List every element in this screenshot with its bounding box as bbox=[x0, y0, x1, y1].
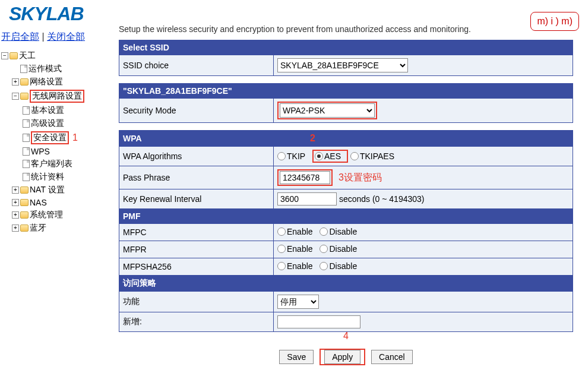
sidebar-item-stats[interactable]: 统计资料 bbox=[23, 170, 119, 184]
radio-mfpc-enable[interactable]: Enable bbox=[277, 227, 313, 236]
folder-icon bbox=[20, 186, 29, 194]
annotation-2: 2 bbox=[310, 133, 315, 143]
radio-mfpc-disable[interactable]: Disable bbox=[320, 227, 357, 236]
apply-button[interactable]: Apply bbox=[324, 350, 360, 364]
collapse-icon[interactable]: − bbox=[1, 52, 8, 59]
mfpc-label: MFPC bbox=[119, 224, 274, 241]
radio-tkip[interactable]: TKIP bbox=[277, 151, 305, 161]
sidebar-item-security[interactable]: 安全设置1 bbox=[23, 130, 119, 146]
key-renewal-hint: seconds (0 ~ 4194303) bbox=[339, 194, 425, 204]
page-icon bbox=[23, 119, 30, 128]
page-icon bbox=[23, 173, 30, 181]
tree-root[interactable]: − 天工 bbox=[1, 49, 119, 62]
folder-icon bbox=[20, 225, 29, 232]
mfpr-label: MFPR bbox=[119, 241, 274, 258]
page-icon bbox=[23, 147, 30, 156]
page-icon bbox=[23, 106, 30, 115]
page-description: Setup the wireless security and encrypti… bbox=[119, 24, 573, 34]
function-select[interactable]: 停用 bbox=[277, 295, 319, 309]
security-mode-select[interactable]: WPA2-PSK bbox=[280, 103, 375, 118]
radio-tkipaes[interactable]: TKIPAES bbox=[350, 151, 394, 161]
sidebar-item-client-list[interactable]: 客户端列表 bbox=[23, 157, 119, 170]
expand-icon[interactable]: + bbox=[12, 199, 19, 206]
brand-logo: SKYLAB bbox=[9, 3, 84, 24]
section-header-access-policy: 访问策略 bbox=[119, 276, 573, 292]
add-new-input[interactable] bbox=[277, 315, 360, 328]
radio-mfpsha-disable[interactable]: Disable bbox=[320, 261, 357, 271]
separator: | bbox=[42, 31, 47, 42]
sidebar-item-wireless-settings[interactable]: − 无线网路设置 bbox=[12, 88, 119, 104]
cancel-button[interactable]: Cancel bbox=[371, 350, 413, 364]
sidebar-item-advanced[interactable]: 高级设置 bbox=[23, 117, 119, 130]
page-icon bbox=[23, 160, 30, 168]
sidebar-item-sys-mgmt[interactable]: +系统管理 bbox=[12, 208, 119, 222]
wpa-algorithms-label: WPA Algorithms bbox=[119, 147, 274, 166]
mfpsha-label: MFPSHA256 bbox=[119, 258, 274, 276]
expand-icon[interactable]: + bbox=[12, 186, 19, 194]
page-icon bbox=[23, 134, 30, 142]
section-header-ssid: Select SSID bbox=[119, 40, 573, 55]
tree-root-label: 天工 bbox=[19, 50, 36, 61]
annotation-1: 1 bbox=[72, 132, 78, 143]
section-header-wpa: WPA 2 bbox=[119, 131, 573, 147]
radio-mfpr-enable[interactable]: Enable bbox=[277, 244, 313, 254]
security-mode-label: Security Mode bbox=[119, 99, 274, 123]
function-label: 功能 bbox=[119, 292, 274, 312]
sidebar-item-nas[interactable]: +NAS bbox=[12, 197, 119, 208]
key-renewal-label: Key Renewal Interval bbox=[119, 189, 274, 209]
collapse-icon[interactable]: − bbox=[12, 93, 19, 100]
annotation-3: 3设置密码 bbox=[339, 172, 382, 182]
annotation-4: 4 bbox=[119, 331, 573, 342]
folder-icon bbox=[20, 211, 29, 219]
expand-icon[interactable]: + bbox=[12, 225, 19, 232]
add-new-label: 新增: bbox=[119, 312, 274, 332]
ssid-choice-select[interactable]: SKYLAB_28A1EBF9F9CE bbox=[277, 58, 408, 72]
folder-icon bbox=[20, 199, 29, 206]
expand-icon[interactable]: + bbox=[12, 211, 19, 219]
mim-badge: m) i ) m) bbox=[530, 12, 579, 31]
folder-icon bbox=[20, 93, 29, 100]
sidebar-item-nat[interactable]: +NAT 设置 bbox=[12, 184, 119, 197]
pass-phrase-label: Pass Phrase bbox=[119, 166, 274, 189]
sidebar-item-network-settings[interactable]: + 网络设置 bbox=[12, 75, 119, 88]
open-all-link[interactable]: 开启全部 bbox=[1, 31, 39, 42]
ssid-choice-label: SSID choice bbox=[119, 55, 274, 76]
pass-phrase-input[interactable] bbox=[280, 171, 330, 184]
radio-mfpr-disable[interactable]: Disable bbox=[320, 244, 357, 254]
key-renewal-input[interactable] bbox=[277, 192, 337, 206]
expand-icon[interactable]: + bbox=[12, 78, 19, 86]
sidebar-item-operation-mode[interactable]: 运作模式 bbox=[12, 62, 119, 75]
sidebar-item-basic[interactable]: 基本设置 bbox=[23, 104, 119, 117]
save-button[interactable]: Save bbox=[279, 350, 314, 364]
radio-aes[interactable]: AES bbox=[315, 151, 341, 161]
section-header-ssid-name: "SKYLAB_28A1EBF9F9CE" bbox=[119, 84, 573, 99]
radio-mfpsha-enable[interactable]: Enable bbox=[277, 261, 313, 271]
section-header-pmf: PMF bbox=[119, 209, 573, 224]
sidebar-item-bluetooth[interactable]: +蓝牙 bbox=[12, 222, 119, 235]
close-all-link[interactable]: 关闭全部 bbox=[47, 31, 85, 42]
folder-icon bbox=[20, 78, 29, 86]
page-icon bbox=[20, 65, 27, 73]
sidebar-item-wps[interactable]: WPS bbox=[23, 146, 119, 157]
folder-icon bbox=[10, 52, 18, 59]
